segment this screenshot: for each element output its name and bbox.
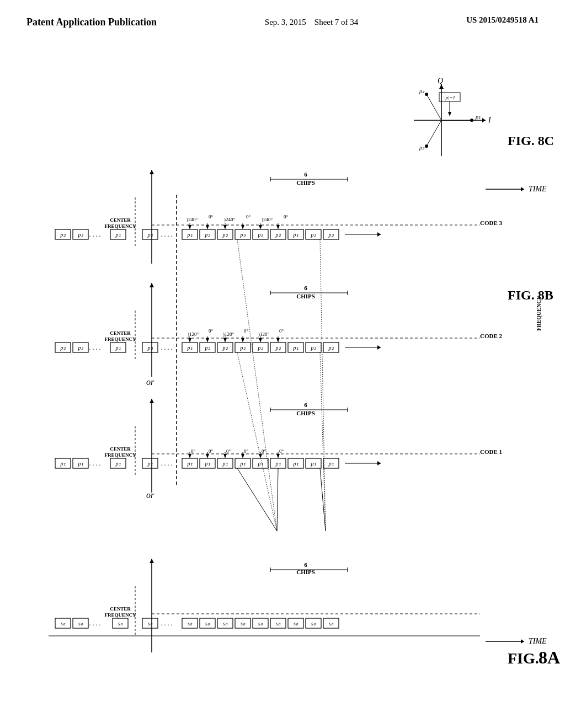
svg-marker-94 <box>150 170 154 174</box>
dots1-8a: . . . . <box>89 619 101 627</box>
p1-c3-r1: p₁ <box>187 232 193 238</box>
center-freq-c3-2: FREQUENCY <box>104 223 136 229</box>
svg-marker-60 <box>150 283 154 287</box>
chips-c2-2: CHIPS <box>296 293 315 299</box>
svg-marker-46 <box>188 454 191 458</box>
p2-c3-r6: p₂ <box>275 232 281 238</box>
fig8b-label: FIG. 8B <box>508 288 553 302</box>
svg-marker-58 <box>377 461 381 465</box>
p1-c1-r1: p₁ <box>187 461 193 467</box>
p2-c2-box1: p₂ <box>60 345 66 351</box>
pub-sheet: Sheet 7 of 34 <box>315 18 359 26</box>
code1-label: CODE 1 <box>480 448 502 455</box>
center-freq-code1-2: FREQUENCY <box>104 452 136 458</box>
angle-c1-1: 0° <box>191 448 196 454</box>
s0-box2: s₀ <box>78 620 83 627</box>
s0-box9: s₀ <box>258 620 263 627</box>
svg-marker-118 <box>223 225 227 229</box>
p2-c3-box2: p₂ <box>78 232 84 238</box>
chips-label-8a2: CHIPS <box>296 569 315 575</box>
svg-marker-116 <box>206 225 209 229</box>
p2-c2-r4: p₂ <box>240 345 246 351</box>
p1-c2-box3: p₁ <box>115 345 121 351</box>
s0-box8: s₀ <box>241 620 246 627</box>
svg-line-143 <box>320 239 326 531</box>
pub-date: Sep. 3, 2015 <box>265 18 306 26</box>
svg-line-137 <box>237 468 277 531</box>
s0-box13: s₀ <box>329 620 334 627</box>
p2-c3-r2: p₂ <box>205 232 211 238</box>
p1-c1-box4: p₁ <box>147 461 153 467</box>
code2-label: CODE 2 <box>480 333 503 339</box>
chips-c3: 6 <box>304 171 307 178</box>
angle-c1-6: 0° <box>279 448 284 454</box>
svg-marker-26 <box>150 399 154 403</box>
svg-marker-128 <box>482 118 486 122</box>
angle-c1-2: 0° <box>209 448 214 454</box>
angle-c2-1: )120° <box>188 331 199 337</box>
code3-label: CODE 3 <box>480 220 503 226</box>
p2-c2-r6: p₂ <box>275 345 281 351</box>
svg-marker-136 <box>448 112 451 116</box>
patent-number: US 2015/0249518 A1 <box>466 15 539 25</box>
center-freq-c2-2: FREQUENCY <box>104 336 136 342</box>
p2-c2-r8: p₂ <box>311 345 317 351</box>
angle-c2-2: 0° <box>209 328 214 334</box>
p1-c1-r9: p₁ <box>328 461 334 467</box>
p1-c2-r7: p₁ <box>293 345 299 351</box>
p1-iq-label: p₁ <box>475 114 481 120</box>
p2-c2-r5: p₂ <box>258 345 264 351</box>
p3-iq-label: p₃ <box>419 144 425 151</box>
angle-c3-4: 0° <box>246 214 251 220</box>
svg-marker-88 <box>259 338 262 342</box>
angle-c1-3: 0° <box>226 448 231 454</box>
p2-c2-r2: p₂ <box>205 345 211 351</box>
s0-box6: s₀ <box>205 620 210 627</box>
svg-marker-122 <box>259 225 262 229</box>
chips-c3-2: CHIPS <box>296 179 315 186</box>
time-label-8a: TIME <box>529 637 547 645</box>
publication-date-sheet: Sep. 3, 2015 Sheet 7 of 34 <box>265 15 359 29</box>
p2-c2-r3: p₂ <box>222 345 228 351</box>
angle-c2-4: 0° <box>244 328 249 334</box>
fig8c-label: FIG. 8C <box>508 133 554 148</box>
dots2-8a: . . . . <box>161 619 173 627</box>
svg-marker-52 <box>241 454 244 458</box>
s0-box11: s₀ <box>294 620 299 627</box>
p2-c3-r5: p₂ <box>258 232 264 238</box>
svg-line-140 <box>237 352 277 531</box>
i-axis-label: I <box>488 116 492 124</box>
dots-c3-2: . . . . <box>161 231 173 238</box>
p2-c3-r8: p₂ <box>311 232 317 238</box>
p1-c1-r4: p₁ <box>240 461 246 467</box>
svg-marker-50 <box>223 454 227 458</box>
svg-line-134 <box>427 120 441 146</box>
svg-marker-24 <box>521 187 524 191</box>
p2-c3-box4: p₂ <box>147 232 153 238</box>
p1-c1-r3: p₁ <box>222 461 228 467</box>
center-freq-c2: CENTER <box>110 330 131 336</box>
svg-marker-82 <box>206 338 209 342</box>
p1-c1-r6: p₁ <box>275 461 281 467</box>
diagram-content: TIME FIG. 8A FREQUENCY CENTER FREQUENCY … <box>0 35 565 713</box>
freq-label-code1: FREQUENCY <box>536 296 542 331</box>
svg-line-142 <box>237 239 277 531</box>
svg-marker-124 <box>276 225 280 229</box>
p2-c2-box2: p₂ <box>78 345 84 351</box>
svg-marker-120 <box>241 225 244 229</box>
angle-c2-5: )120° <box>258 331 269 337</box>
page-header: Patent Application Publication Sep. 3, 2… <box>0 0 565 29</box>
dots-c1-2: . . . . <box>161 459 173 467</box>
p2-c3-box1: p₂ <box>60 232 66 238</box>
p2-iq-label: p₂ <box>419 88 425 94</box>
or-label-1: or <box>146 490 154 500</box>
patent-diagram: TIME FIG. 8A FREQUENCY CENTER FREQUENCY … <box>0 35 565 713</box>
chips-label-c1-2: CHIPS <box>296 410 315 416</box>
angle-c2-6: 0° <box>279 328 284 334</box>
svg-marker-84 <box>223 338 227 342</box>
center-freq-8a: CENTER <box>110 606 131 612</box>
svg-marker-80 <box>188 338 191 342</box>
p1-c3-box3: p₁ <box>115 232 121 238</box>
q-axis-label: Q <box>438 77 443 85</box>
p1-c1-box2: p₁ <box>78 461 83 467</box>
